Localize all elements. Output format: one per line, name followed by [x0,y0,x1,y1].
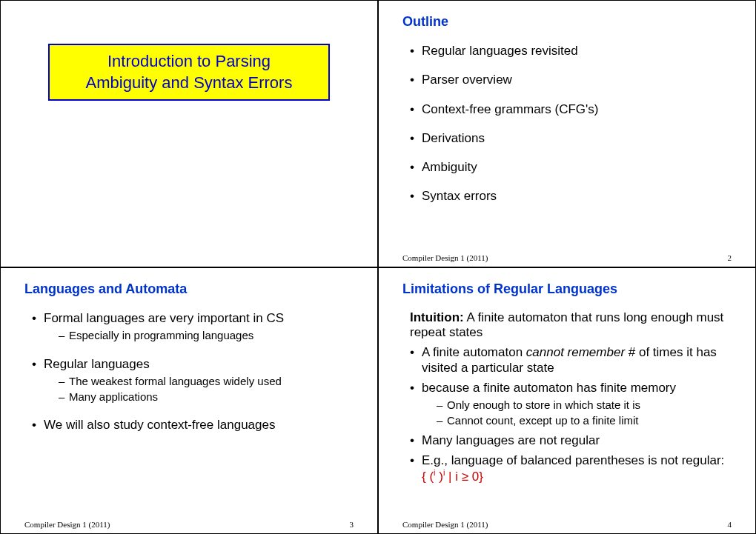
footer-page: 4 [728,520,732,529]
slide-footer: Compiler Design 1 (2011) 4 [402,520,732,529]
bullet-text: E.g., language of balanced parentheses i… [422,453,724,467]
title-box: Introduction to Parsing Ambiguity and Sy… [48,44,330,101]
list-item: Formal languages are very important in C… [32,310,354,343]
slide-title: Outline [402,14,732,30]
footer-page: 2 [728,253,732,262]
intuition-line: Intuition: A finite automaton that runs … [402,310,732,340]
sub-list: Only enough to store in which state it i… [422,398,732,428]
list-item: because a finite automaton has finite me… [410,380,732,428]
bullet-text: A finite automaton [422,345,526,359]
list-item: Regular languages revisited [410,43,732,59]
slide-footer: Compiler Design 1 (2011) 2 [402,253,732,262]
sub-item: The weakest formal languages widely used [59,375,354,389]
s3-list: Formal languages are very important in C… [24,310,354,447]
list-item: Syntax errors [410,188,732,204]
footer-page: 3 [350,520,354,529]
list-item: Parser overview [410,72,732,87]
bullet-text: We will also study context-free language… [44,418,275,432]
bullet-text: Formal languages are very important in C… [44,311,284,325]
list-item: We will also study context-free language… [32,417,354,433]
bullet-text: because a finite automaton has finite me… [422,381,676,395]
bullet-text: Many languages are not regular [422,433,600,447]
list-item: Many languages are not regular [410,433,732,448]
list-item: Derivations [410,130,732,146]
list-item: E.g., language of balanced parentheses i… [410,453,732,484]
s4-list: A finite automaton cannot remember # of … [402,344,732,490]
list-item: A finite automaton cannot remember # of … [410,344,732,376]
sub-item: Cannot count, except up to a finite limi… [437,414,732,428]
outline-list: Regular languages revisited Parser overv… [402,43,732,218]
slides-grid: Introduction to Parsing Ambiguity and Sy… [0,0,756,534]
intuition-label: Intuition: [410,310,464,324]
footer-course: Compiler Design 1 (2011) [402,520,488,529]
sub-item: Many applications [59,390,354,404]
sub-list: The weakest formal languages widely used… [44,375,354,404]
sub-item: Only enough to store in which state it i… [437,398,732,413]
list-item: Ambiguity [410,159,732,175]
bullet-italic: cannot remember [526,345,629,359]
slide-4: Limitations of Regular Languages Intuiti… [378,267,756,535]
slide-title: Languages and Automata [24,281,354,297]
bullet-text: Regular languages [44,357,150,371]
title-line-1: Introduction to Parsing [60,51,318,73]
formula: { (i )i | i ≥ 0} [422,470,483,484]
title-line-2: Ambiguity and Syntax Errors [60,73,318,94]
footer-course: Compiler Design 1 (2011) [402,253,488,262]
sub-list: Especially in programming languages [44,329,354,343]
sub-item: Especially in programming languages [59,329,354,343]
slide-1: Introduction to Parsing Ambiguity and Sy… [0,0,378,267]
slide-title: Limitations of Regular Languages [402,281,732,297]
slide-2: Outline Regular languages revisited Pars… [378,0,756,267]
slide-3: Languages and Automata Formal languages … [0,267,378,535]
slide-footer: Compiler Design 1 (2011) 3 [24,520,354,529]
list-item: Regular languages The weakest formal lan… [32,356,354,404]
footer-course: Compiler Design 1 (2011) [24,520,110,529]
list-item: Context-free grammars (CFG's) [410,101,732,117]
